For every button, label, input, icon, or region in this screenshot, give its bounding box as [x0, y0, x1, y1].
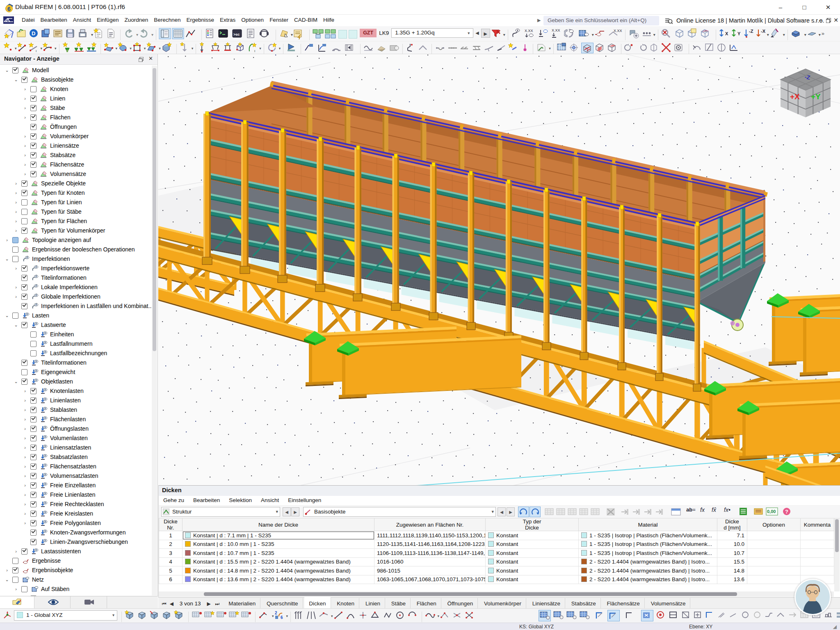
svg-text:X.XX: X.XX — [525, 29, 533, 33]
svg-text:6: 6 — [281, 615, 283, 620]
svg-text:X: X — [725, 31, 728, 36]
svg-text:D: D — [32, 30, 35, 37]
svg-text:?: ? — [785, 509, 788, 515]
svg-text:X.XX: X.XX — [614, 29, 622, 33]
svg-text:0,00: 0,00 — [767, 509, 776, 514]
svg-text:I: I — [36, 49, 37, 53]
svg-text:2: 2 — [275, 611, 277, 615]
svg-text:-Z: -Z — [749, 29, 753, 34]
svg-text:Y: Y — [737, 31, 741, 36]
svg-text:>sc: >sc — [233, 32, 240, 37]
svg-text:+X: +X — [790, 92, 800, 101]
svg-text:6: 6 — [7, 6, 11, 12]
svg-text:-X: -X — [761, 29, 766, 34]
svg-text:X.XX: X.XX — [552, 28, 560, 32]
svg-text:I: I — [254, 49, 255, 53]
svg-text:+Y: +Y — [811, 92, 821, 101]
